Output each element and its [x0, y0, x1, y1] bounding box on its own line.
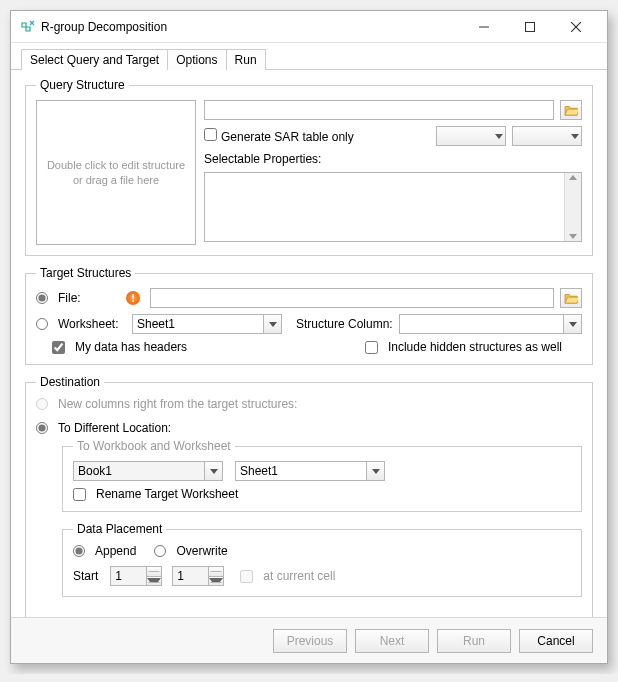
scrollbar[interactable] [564, 173, 581, 241]
data-placement-legend: Data Placement [73, 522, 166, 536]
tab-content: Query Structure Double click to edit str… [11, 70, 607, 636]
run-button[interactable]: Run [437, 629, 511, 653]
dialog-window: R-group Decomposition Select Query and T… [10, 10, 608, 664]
structure-column-select[interactable] [399, 314, 582, 334]
overwrite-label: Overwrite [176, 544, 227, 558]
chevron-down-icon [147, 578, 161, 583]
start-col-spinner[interactable]: 1 [172, 566, 224, 586]
chevron-down-icon [569, 322, 577, 327]
headers-label: My data has headers [75, 340, 187, 354]
svg-rect-3 [526, 22, 535, 31]
chevron-down-icon [269, 322, 277, 327]
target-browse-button[interactable] [560, 288, 582, 308]
tab-options[interactable]: Options [167, 49, 226, 70]
chevron-down-icon [571, 134, 579, 139]
append-radio[interactable] [73, 545, 85, 557]
app-icon [19, 19, 35, 35]
include-hidden-checkbox[interactable] [365, 341, 378, 354]
rename-worksheet-label: Rename Target Worksheet [96, 487, 238, 501]
at-current-cell-label: at current cell [263, 569, 335, 583]
generate-sar-label: Generate SAR table only [204, 128, 354, 144]
different-location-radio[interactable] [36, 422, 48, 434]
append-label: Append [95, 544, 136, 558]
minimize-button[interactable] [461, 12, 507, 42]
target-worksheet-radio[interactable] [36, 318, 48, 330]
generate-sar-checkbox[interactable] [204, 128, 217, 141]
data-placement-group: Data Placement Append Overwrite Start 1 [62, 522, 582, 597]
scroll-up-icon [569, 175, 577, 180]
workbook-select[interactable]: Book1 [73, 461, 223, 481]
tab-select-query[interactable]: Select Query and Target [21, 49, 168, 70]
query-file-input[interactable] [204, 100, 554, 120]
selectable-properties-label: Selectable Properties: [204, 152, 582, 166]
tab-run[interactable]: Run [226, 49, 266, 70]
include-hidden-label: Include hidden structures as well [388, 340, 562, 354]
chevron-down-icon [209, 578, 223, 583]
dialog-footer: Previous Next Run Cancel [11, 617, 607, 663]
tab-strip: Select Query and Target Options Run [11, 43, 607, 70]
cancel-button[interactable]: Cancel [519, 629, 593, 653]
start-label: Start [73, 569, 98, 583]
close-button[interactable] [553, 12, 599, 42]
target-file-radio[interactable] [36, 292, 48, 304]
next-button[interactable]: Next [355, 629, 429, 653]
start-row-spinner[interactable]: 1 [110, 566, 162, 586]
chevron-down-icon [210, 469, 218, 474]
selectable-properties-list[interactable] [204, 172, 582, 242]
query-structure-group: Query Structure Double click to edit str… [25, 78, 593, 256]
sar-option-select-2[interactable] [512, 126, 582, 146]
new-columns-radio [36, 398, 48, 410]
target-file-input[interactable] [150, 288, 554, 308]
destination-legend: Destination [36, 375, 104, 389]
dest-worksheet-select[interactable]: Sheet1 [235, 461, 385, 481]
destination-group: Destination New columns right from the t… [25, 375, 593, 618]
rename-worksheet-checkbox[interactable] [73, 488, 86, 501]
chevron-down-icon [372, 469, 380, 474]
headers-checkbox[interactable] [52, 341, 65, 354]
workbook-worksheet-group: To Workbook and Worksheet Book1 Sheet1 [62, 439, 582, 512]
maximize-button[interactable] [507, 12, 553, 42]
new-columns-label: New columns right from the target struct… [58, 397, 297, 411]
query-structure-legend: Query Structure [36, 78, 129, 92]
sar-option-select-1[interactable] [436, 126, 506, 146]
previous-button[interactable]: Previous [273, 629, 347, 653]
target-structures-legend: Target Structures [36, 266, 135, 280]
target-structures-group: Target Structures File: ! Worksheet: She… [25, 266, 593, 365]
chevron-up-icon [209, 571, 223, 572]
target-worksheet-label: Worksheet: [58, 317, 126, 331]
at-current-cell-checkbox [240, 570, 253, 583]
alert-icon: ! [126, 291, 140, 305]
titlebar: R-group Decomposition [11, 11, 607, 43]
different-location-label: To Different Location: [58, 421, 171, 435]
workbook-worksheet-legend: To Workbook and Worksheet [73, 439, 235, 453]
target-file-label: File: [58, 291, 120, 305]
chevron-up-icon [147, 571, 161, 572]
query-browse-button[interactable] [560, 100, 582, 120]
chevron-down-icon [495, 134, 503, 139]
window-controls [461, 12, 599, 42]
window-title: R-group Decomposition [41, 20, 167, 34]
structure-column-label: Structure Column: [296, 317, 393, 331]
worksheet-select[interactable]: Sheet1 [132, 314, 282, 334]
overwrite-radio[interactable] [154, 545, 166, 557]
scroll-down-icon [569, 234, 577, 239]
structure-sketch-area[interactable]: Double click to edit structure or drag a… [36, 100, 196, 245]
